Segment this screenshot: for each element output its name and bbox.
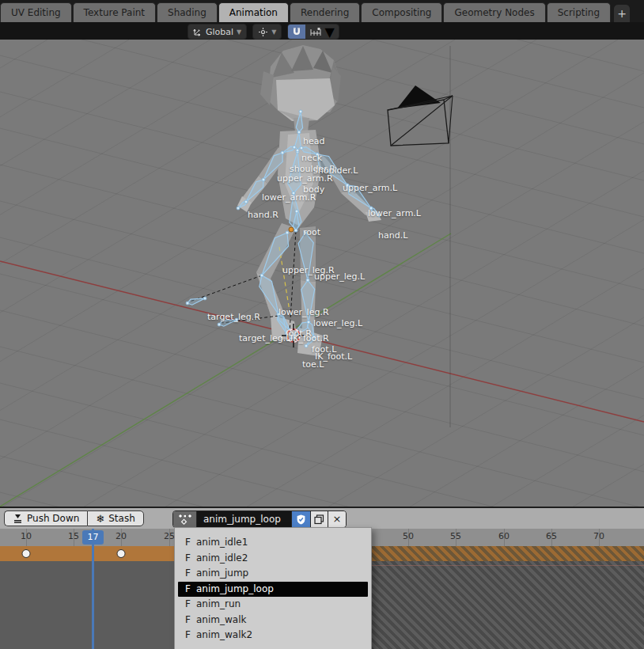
keyframe-marker[interactable] [22, 549, 31, 558]
current-frame-badge[interactable]: 17 [82, 530, 104, 545]
snowflake-icon: ❄ [96, 513, 104, 525]
workspace-tab[interactable]: Scripting [547, 2, 611, 22]
workspace-tab-bar: UV EditingTexture PaintShadingAnimationR… [0, 0, 644, 22]
camera-object[interactable] [388, 85, 453, 146]
action-dropdown-item[interactable]: Fanim_jump [175, 566, 371, 582]
action-editor-header: Push Down ❄ Stash anim_jump_loop [0, 508, 644, 529]
action-item-name: anim_jump [196, 567, 248, 579]
action-item-name: anim_jump_loop [196, 583, 274, 594]
unlink-action-button[interactable]: × [328, 511, 346, 527]
workspace-tab[interactable]: Rendering [290, 2, 360, 22]
push-down-icon [13, 514, 23, 523]
ik-relation-line [279, 247, 290, 311]
action-item-name: anim_run [196, 598, 241, 609]
workspace-tab[interactable]: Compositing [361, 2, 442, 22]
action-dropdown-item[interactable]: Fanim_idle1 [175, 535, 371, 551]
fake-user-prefix: F [185, 628, 192, 643]
keyframe-marker[interactable] [117, 549, 126, 558]
fake-user-prefix: F [185, 597, 192, 613]
orientation-label: Global [206, 27, 233, 37]
viewport-scene[interactable] [0, 40, 644, 507]
action-dropdown-item[interactable]: Fanim_walk2 [175, 628, 371, 643]
viewport-header: Global ▼ ▼ [0, 22, 644, 40]
snap-increment-icon [309, 27, 322, 36]
channel-region-hatched [372, 561, 644, 649]
action-dropdown-item[interactable]: Fanim_jump_loop [178, 582, 368, 598]
action-name-field[interactable]: anim_jump_loop [196, 511, 292, 527]
action-selector: anim_jump_loop × [172, 510, 347, 528]
snap-mode-dropdown[interactable]: ▼ [305, 25, 338, 39]
action-item-name: anim_idle2 [196, 552, 248, 564]
orientation-axes-icon [193, 27, 203, 36]
fake-user-prefix: F [185, 582, 192, 598]
stash-button[interactable]: ❄ Stash [87, 510, 143, 526]
snap-toggle-button[interactable] [288, 25, 305, 39]
workspace-tab[interactable]: Shading [157, 2, 218, 22]
action-editor: Push Down ❄ Stash anim_jump_loop [0, 507, 644, 649]
fake-user-prefix: F [185, 613, 192, 628]
workspace-tab[interactable]: UV Editing [0, 2, 72, 22]
chevron-down-icon: ▼ [237, 28, 241, 36]
armature-origin-dot [289, 227, 294, 232]
fake-user-prefix: F [185, 566, 192, 582]
workspace-tab[interactable]: Texture Paint [73, 2, 156, 22]
action-range-band-hatched [372, 546, 644, 561]
action-item-name: anim_walk2 [196, 629, 252, 640]
push-down-label: Push Down [27, 513, 79, 524]
x-axis-line [0, 261, 644, 422]
duplicate-icon [314, 514, 324, 525]
magnet-icon [292, 27, 301, 37]
workspace-tab[interactable]: Animation [218, 2, 289, 22]
stash-label: Stash [108, 513, 135, 524]
action-item-name: anim_idle1 [196, 537, 248, 548]
new-action-button[interactable] [310, 511, 328, 527]
action-dropdown-menu: Fanim_idle1Fanim_idle2Fanim_jumpFanim_ju… [174, 527, 372, 649]
chevron-down-icon: ▼ [324, 25, 334, 40]
chevron-down-icon: ▼ [271, 28, 276, 36]
fake-user-prefix: F [185, 551, 192, 567]
action-item-name: anim_walk [196, 614, 246, 625]
pivot-point-icon [258, 27, 268, 37]
push-down-button[interactable]: Push Down [4, 510, 87, 526]
playhead-line[interactable] [92, 529, 94, 649]
snapping-controls: ▼ [287, 24, 339, 40]
pivot-point-dropdown[interactable]: ▼ [252, 24, 282, 40]
shield-check-icon [296, 514, 306, 526]
fake-user-prefix: F [185, 535, 192, 551]
workspace-tab[interactable]: Geometry Nodes [443, 2, 545, 22]
viewport-3d[interactable]: Global ▼ ▼ [0, 22, 644, 507]
range-end-line [372, 565, 644, 566]
action-dropdown-item[interactable]: Fanim_idle2 [175, 551, 371, 567]
transform-orientation-dropdown[interactable]: Global ▼ [188, 24, 247, 40]
add-workspace-button[interactable]: + [614, 5, 630, 22]
action-dropdown-item[interactable]: Fanim_walk [175, 613, 371, 628]
action-icon [178, 514, 192, 526]
action-dropdown-item[interactable]: Fanim_run [175, 597, 371, 613]
action-browse-button[interactable] [173, 511, 196, 527]
fake-user-toggle[interactable] [292, 511, 310, 527]
